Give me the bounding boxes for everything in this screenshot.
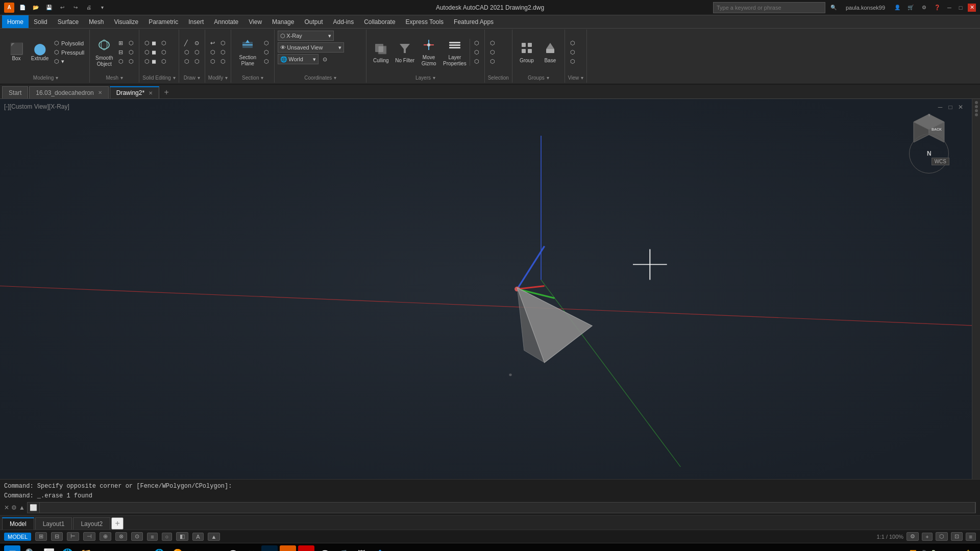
menu-collaborate[interactable]: Collaborate — [359, 15, 400, 28]
viewport-close[interactable]: ✕ — [957, 103, 965, 111]
taskbar-app8[interactable]: 🎵 — [335, 545, 351, 551]
menu-mesh[interactable]: Mesh — [84, 15, 109, 28]
close-btn[interactable]: ✕ — [968, 4, 976, 12]
status-transp-btn[interactable]: ○ — [162, 533, 173, 541]
groups-label[interactable]: Groups ▾ — [516, 74, 561, 82]
xray-dropdown[interactable]: ⬡ X-Ray ▾ — [278, 31, 334, 41]
command-input-field[interactable] — [39, 502, 975, 513]
selection-label[interactable]: Selection — [488, 74, 509, 82]
ribbon-btn-draw2[interactable]: ⬡ — [182, 48, 191, 57]
ribbon-btn-se6[interactable]: ⬡ — [159, 57, 168, 66]
ribbon-btn-polysolid[interactable]: ⬡ Polysolid — [52, 39, 86, 47]
ribbon-btn-sec3[interactable]: ⬡ — [262, 57, 271, 66]
qa-new[interactable]: 📄 — [17, 3, 28, 13]
unsavedview-dropdown[interactable]: 👁 Unsaved View ▾ — [278, 42, 344, 53]
taskbar-explorer[interactable]: 📁 — [78, 545, 94, 551]
shop-icon[interactable]: 🛒 — [905, 3, 916, 13]
ribbon-btn-se2[interactable]: ⬡◼ — [142, 48, 158, 57]
world-dropdown[interactable]: 🌐 World ▾ — [278, 54, 318, 64]
menu-addins[interactable]: Add-ins — [328, 15, 359, 28]
viewcube[interactable]: BACK ⊤ N WCS — [909, 109, 949, 160]
ribbon-btn-se1[interactable]: ⬡◼ — [142, 39, 158, 47]
taskbar-ps[interactable]: Ps — [261, 545, 278, 551]
menu-parametric[interactable]: Parametric — [143, 15, 183, 28]
taskbar-netflix[interactable]: N — [133, 545, 149, 551]
tab-drawing2[interactable]: Drawing2* ✕ — [110, 86, 159, 98]
menu-view[interactable]: View — [243, 15, 267, 28]
draw-label[interactable]: Draw ▾ — [182, 74, 202, 82]
wcs-label[interactable]: WCS — [932, 158, 949, 165]
ribbon-btn-coord1[interactable]: ⊙ — [321, 55, 329, 64]
taskbar-spotify[interactable]: ♫ — [114, 545, 131, 551]
qa-save[interactable]: 💾 — [44, 3, 54, 13]
ribbon-btn-sel2[interactable]: ⬡ — [488, 48, 497, 57]
modeling-label[interactable]: Modeling ▾ — [5, 74, 86, 82]
ribbon-btn-sectionplane[interactable]: SectionPlane — [234, 38, 261, 67]
menu-output[interactable]: Output — [299, 15, 328, 28]
tab-drawing2-close[interactable]: ✕ — [149, 90, 153, 96]
status-zoom-settings[interactable]: ⚙ — [906, 532, 919, 541]
bottom-tab-model[interactable]: Model — [2, 517, 34, 530]
ribbon-btn-vr1[interactable]: ⬡ — [568, 39, 577, 47]
minimize-btn[interactable]: ─ — [945, 4, 953, 12]
ribbon-btn-mesh2[interactable]: ⊟ — [116, 48, 126, 57]
ribbon-btn-se5[interactable]: ⬡ — [159, 48, 168, 57]
taskbar-app9[interactable]: 🖼 — [353, 545, 370, 551]
status-custui-btn[interactable]: ≡ — [966, 533, 976, 541]
taskbar-app1[interactable]: 🟠 — [169, 545, 186, 551]
ribbon-btn-draw1[interactable]: ╱ — [182, 39, 191, 47]
ribbon-btn-sec2[interactable]: ⬡ — [262, 48, 271, 57]
viewport[interactable]: [-][Custom View][X-Ray] ─ □ ✕ — [0, 99, 980, 479]
menu-manage[interactable]: Manage — [267, 15, 299, 28]
ribbon-btn-draw6[interactable]: ⬡ — [192, 57, 202, 66]
bottom-tab-layout1[interactable]: Layout1 — [35, 517, 72, 530]
ribbon-btn-nofilter[interactable]: No Filter — [393, 38, 416, 67]
status-model-btn[interactable]: MODEL — [4, 533, 31, 541]
mesh-label[interactable]: Mesh ▾ — [93, 74, 136, 82]
taskbar-app10[interactable]: 🔷 — [372, 545, 388, 551]
user-icon[interactable]: 👤 — [892, 3, 902, 13]
tab-start[interactable]: Start — [2, 86, 28, 98]
ribbon-btn-smooth[interactable]: SmoothObject — [93, 38, 115, 67]
solidediting-label[interactable]: Solid Editing ▾ — [142, 74, 176, 82]
qa-redo[interactable]: ↪ — [70, 3, 81, 13]
taskbar-app3[interactable]: 📧 — [206, 545, 223, 551]
tab-dodecahedron-close[interactable]: ✕ — [98, 90, 102, 95]
ribbon-btn-box[interactable]: ⬛ Box — [5, 38, 28, 67]
status-dynin-btn[interactable]: ⊙ — [131, 532, 143, 541]
ribbon-btn-vr2[interactable]: ⬡ — [568, 48, 577, 57]
ribbon-btn-mod6[interactable]: ⬡ — [218, 57, 228, 66]
ribbon-btn-mod1[interactable]: ↩ — [208, 39, 217, 47]
taskbar-start[interactable]: ⊞ — [4, 545, 20, 551]
ribbon-btn-mod2[interactable]: ⬡ — [208, 48, 217, 57]
ribbon-btn-mesh6[interactable]: ⬡ — [127, 57, 136, 66]
qa-plot[interactable]: 🖨 — [84, 3, 94, 13]
ribbon-btn-extrude[interactable]: ⬤ Extrude — [29, 38, 51, 67]
ribbon-btn-draw4[interactable]: ⊙ — [192, 39, 202, 47]
help-icon[interactable]: ❓ — [932, 3, 942, 13]
taskbar-settings[interactable]: ⚙ — [96, 545, 112, 551]
bottom-tab-layout2[interactable]: Layout2 — [73, 517, 110, 530]
tab-dodecahedron[interactable]: 16.03_dodecahedron ✕ — [29, 86, 108, 98]
taskbar-search[interactable]: 🔍 — [22, 545, 39, 551]
ribbon-btn-movegizmo[interactable]: MoveGizmo — [418, 38, 440, 67]
taskbar-notification[interactable]: 🔔 — [960, 545, 976, 551]
status-viewport-btn[interactable]: ⬡ — [936, 532, 948, 541]
coordinates-label[interactable]: Coordinates ▾ — [278, 74, 363, 82]
cmd-clear-icon[interactable]: ✕ — [4, 504, 9, 511]
layers-label[interactable]: Layers ▾ — [370, 74, 481, 82]
modify-label[interactable]: Modify ▾ — [208, 74, 228, 82]
ribbon-btn-layerprops[interactable]: LayerProperties — [441, 38, 469, 67]
cmd-options-icon[interactable]: ⚙ — [11, 504, 17, 511]
viewright-label[interactable]: View ▾ — [568, 74, 584, 82]
status-polar-btn[interactable]: ⊣ — [83, 532, 95, 541]
tab-add-btn[interactable]: + — [160, 86, 173, 98]
ribbon-btn-draw5[interactable]: ⬡ — [192, 48, 202, 57]
taskbar-app6[interactable]: R — [298, 545, 314, 551]
ribbon-btn-mesh5[interactable]: ⬡ — [127, 48, 136, 57]
ribbon-btn-se4[interactable]: ⬡ — [159, 39, 168, 47]
status-snap-btn[interactable]: ⊟ — [51, 532, 63, 541]
taskbar-app5[interactable]: 🎮 — [243, 545, 259, 551]
status-ortho-btn[interactable]: ⊢ — [67, 532, 79, 541]
status-scale-btn[interactable]: ▲ — [208, 533, 220, 541]
